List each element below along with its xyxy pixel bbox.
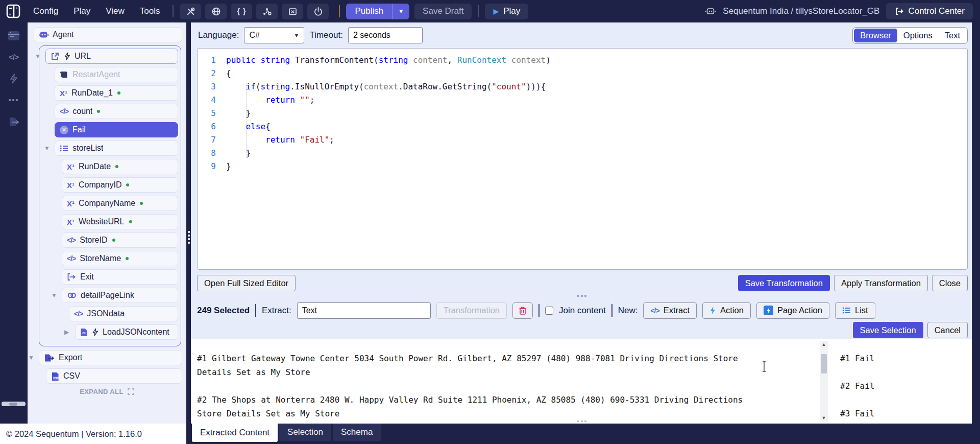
tree-item-label: URL [75,52,91,61]
tree-item-rundate[interactable]: X¹ RunDate [62,159,178,174]
scroll-down-arrow-icon[interactable]: ▼ [820,414,828,422]
tab-extracted-content[interactable]: Extracted Content [192,424,278,442]
export-panel-icon[interactable] [8,116,19,127]
open-full-editor-button[interactable]: Open Full Sized Editor [197,275,296,291]
tree-item-csv[interactable]: CSV CSV [46,368,182,384]
tab-selection[interactable]: Selection [279,424,331,441]
language-select[interactable]: C# ▼ [244,27,304,43]
tree-item-url[interactable]: ▼ URL [45,49,178,64]
tree-item-restart-agent[interactable]: RestartAgent [55,67,178,82]
tree-item-exit[interactable]: Exit [62,269,178,285]
apply-transformation-button[interactable]: Apply Transformation [834,275,928,291]
save-draft-button[interactable]: Save Draft [414,4,472,19]
extracted-text[interactable]: #1 Gilbert Gateway Towne Center 5034 Sou… [197,352,743,420]
save-selection-button[interactable]: Save Selection [853,322,923,338]
vertical-splitter[interactable] [186,22,191,424]
delete-button[interactable] [512,302,533,319]
tree-item-rundate-1[interactable]: X¹ RunDate_1 [55,85,178,101]
tree-item-label: storeList [72,144,103,153]
chevron-down-icon[interactable]: ▼ [35,53,41,60]
menu-config[interactable]: Config [27,3,65,19]
tree-item-export[interactable]: ▼ Export [39,350,182,365]
tree-item-store-name[interactable]: </> StoreName [62,251,178,266]
browser-panel-icon[interactable] [8,31,20,41]
content-splitter-grip[interactable] [577,420,579,422]
bolt-icon [92,328,99,336]
trash-icon [519,306,527,315]
results-list[interactable]: #1 Fail #2 Fail #3 Fail [840,352,874,420]
view-tab-browser[interactable]: Browser [854,29,897,42]
tree-item-company-id[interactable]: X¹ CompanyID [62,177,178,193]
new-extract-button[interactable]: </> Extract [643,302,697,319]
control-center-button[interactable]: Control Center [886,3,973,19]
expand-all-button[interactable]: EXPAND ALL [32,388,182,395]
splitter-grip[interactable] [188,231,190,233]
menu-tools[interactable]: Tools [133,3,167,19]
extracted-content-area: #1 Gilbert Gateway Towne Center 5034 Sou… [191,339,972,424]
publish-dropdown-caret-icon[interactable]: ▼ [393,4,409,19]
tree-item-label: CompanyName [79,199,135,208]
line-number: 6 [201,120,216,133]
scroll-up-arrow-icon[interactable]: ▲ [820,341,828,348]
tree-item-fail[interactable]: ✕ Fail [55,122,178,137]
play-button[interactable]: ▶ Play [485,4,528,19]
menu-play[interactable]: Play [67,3,97,19]
view-tab-text[interactable]: Text [939,29,966,42]
code-line: 4 return ""; [201,94,964,107]
actions-panel-icon[interactable] [9,74,18,84]
green-dot-indicator [117,91,120,95]
toolbar-divider [538,304,540,317]
cancel-button[interactable]: Cancel [927,322,968,338]
power-icon-button[interactable] [307,4,329,19]
tree-item-store-id[interactable]: </> StoreID [62,232,178,248]
tab-schema[interactable]: Schema [333,424,381,441]
chevron-down-icon[interactable]: ▼ [28,354,34,361]
tree-item-jsondata[interactable]: </> JSONdata [69,306,178,321]
bolt-icon [64,52,70,60]
timeout-input[interactable] [348,27,423,43]
scrollbar-thumb[interactable] [9,403,17,406]
tree-item-detail-page-link[interactable]: ▼ detailPageLink [62,288,178,303]
code-icon: </> [74,310,83,318]
tree-item-company-name[interactable]: X¹ CompanyName [62,196,178,211]
more-panel-icon[interactable]: ••• [9,96,19,104]
tree-item-website-url[interactable]: X¹ WebsiteURL [62,214,178,229]
code-line: 5 } [201,107,964,120]
left-icon-rail: </> ••• [0,22,28,424]
publish-split-button[interactable]: Publish ▼ [346,4,409,19]
braces-icon-button[interactable]: { } [231,4,252,19]
tools-icon-button[interactable] [180,4,201,19]
content-vertical-scrollbar[interactable]: ▲ ▼ [820,341,828,422]
workflow-icon-button[interactable] [256,4,278,19]
tree-item-load-json-content[interactable]: ▶ <> LoadJSONcontent [75,324,178,340]
menu-view[interactable]: View [99,3,131,19]
chevron-down-icon[interactable]: ▼ [44,145,50,152]
green-dot-indicator [140,202,143,205]
chevron-down-icon[interactable]: ▼ [51,292,57,299]
tree-item-storelist[interactable]: ▼ storeList [55,141,178,156]
publish-button[interactable]: Publish [346,4,392,19]
new-action-button[interactable]: Action [702,302,751,319]
close-button[interactable]: Close [932,275,968,291]
tree-item-count[interactable]: </> count [55,104,178,119]
transformation-button[interactable]: Transformation [436,302,507,319]
new-page-action-button[interactable]: Page Action [756,302,829,319]
new-list-button[interactable]: List [835,302,875,319]
url-command-group: ▼ URL RestartAgent X¹ RunDate_1 [39,45,181,346]
save-transformation-button[interactable]: Save Transformation [738,275,830,291]
folder-x-icon-button[interactable] [282,4,303,19]
code-panel-icon[interactable]: </> [9,53,19,61]
tree-item-agent[interactable]: Agent [34,27,182,42]
horizontal-splitter-grip[interactable] [577,295,579,297]
globe-icon-button[interactable] [205,4,227,19]
join-content-checkbox[interactable] [545,307,553,315]
indent-guide [246,83,247,157]
scrollbar-thumb[interactable] [821,354,827,373]
chevron-right-icon[interactable]: ▶ [64,329,69,336]
view-tab-options[interactable]: Options [897,29,939,42]
code-editor[interactable]: 1public string TransformContent(string c… [197,48,968,270]
tree-horizontal-scrollbar[interactable] [2,402,26,406]
green-dot-indicator [115,165,118,168]
tree-item-label: StoreID [80,236,107,245]
extract-input[interactable] [297,302,431,319]
